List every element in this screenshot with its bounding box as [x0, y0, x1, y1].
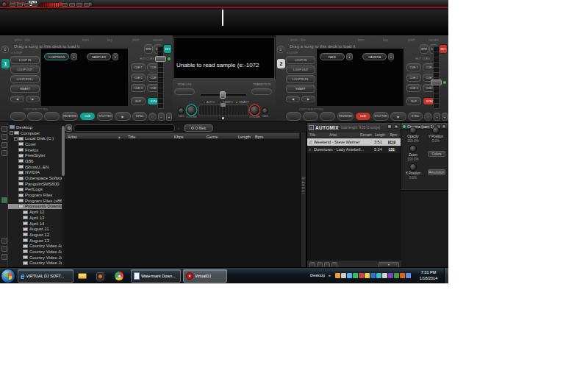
folder-tree[interactable]: Desktop−Computer−Local Disk (C:)CorelFir…: [8, 124, 62, 266]
tree-item[interactable]: PangolinSMS600: [8, 181, 62, 187]
camera-knob-x-position[interactable]: [409, 163, 417, 171]
expander-icon[interactable]: −: [10, 131, 13, 135]
tree-item[interactable]: Desktop: [8, 124, 62, 130]
custom-button[interactable]: [286, 112, 301, 121]
tree-item[interactable]: August 11: [8, 226, 62, 232]
taskbar-clock[interactable]: 7:31 PM 1/18/2014: [415, 269, 442, 281]
loop-dial-button[interactable]: ○: [424, 113, 432, 121]
slip-button[interactable]: SLIP: [406, 97, 421, 105]
tray-icon[interactable]: [365, 273, 370, 278]
effect-activate-button[interactable]: ▾: [71, 53, 77, 60]
hotcue-button[interactable]: CUE 1: [406, 63, 421, 71]
tree-item[interactable]: i386: [8, 158, 62, 164]
column-header-genre[interactable]: Genre: [207, 135, 236, 139]
tree-item[interactable]: NVIDIA: [8, 170, 62, 176]
util-key-button[interactable]: KEY: [439, 44, 448, 54]
crossfader-handle[interactable]: [220, 91, 226, 99]
video-effect-select[interactable]: SAMPLER: [87, 53, 111, 60]
taskbar-button-chrome[interactable]: [112, 269, 129, 283]
slip-button[interactable]: SLIP: [131, 97, 146, 105]
custom-button[interactable]: [320, 112, 335, 121]
loop-loop-out-button[interactable]: LOOP OUT: [286, 66, 315, 74]
hotcue-button[interactable]: CUE 3: [406, 84, 421, 92]
transport-play-button[interactable]: ▶: [390, 112, 406, 121]
automix-row[interactable]: ♫ Weekend - Steve Wariner 3:51 142: [307, 138, 401, 146]
strip-button[interactable]: [84, 3, 90, 7]
pitch-minus-button[interactable]: −: [434, 113, 440, 121]
strip-button[interactable]: [32, 3, 37, 7]
camera-resolution-button[interactable]: Resolution: [428, 169, 445, 175]
loop-dial-button[interactable]: ○: [148, 113, 157, 121]
hotcue-button[interactable]: CUE 3: [131, 84, 146, 92]
transport-sync-button[interactable]: SYNC: [408, 112, 423, 121]
tree-item[interactable]: Program Files: [8, 192, 62, 198]
video-effect-activate-button[interactable]: ▾: [388, 53, 394, 60]
tray-icon[interactable]: [347, 273, 352, 278]
util-bpm-button[interactable]: BPM: [144, 44, 153, 54]
deck-pages-button[interactable]: ≡: [277, 46, 284, 53]
taskbar-button-media[interactable]: [94, 269, 110, 283]
effect-activate-button[interactable]: ▾: [346, 53, 353, 60]
tray-icon[interactable]: [335, 273, 340, 278]
video-fx-select[interactable]: [174, 88, 195, 95]
transition-select[interactable]: [251, 88, 272, 95]
tree-item[interactable]: Corel: [8, 141, 62, 147]
mixer-knob-volume[interactable]: [187, 105, 196, 115]
column-header-title[interactable]: Title: [128, 135, 157, 139]
tray-icon[interactable]: [359, 273, 364, 278]
tray-icon[interactable]: [406, 273, 411, 278]
tree-item[interactable]: −Local Disk (C:): [8, 135, 62, 141]
pitch-slider[interactable]: [433, 46, 440, 109]
show-desktop-button[interactable]: [444, 268, 448, 283]
shortcut-disc-icon[interactable]: [1, 238, 7, 244]
loop-smart-button[interactable]: SMART: [286, 85, 315, 93]
loop-loop-roll-button[interactable]: LOOP ROLL: [10, 75, 40, 83]
video-effect-select[interactable]: CAMERA: [362, 53, 387, 60]
loop-half-button[interactable]: ◀: [10, 96, 24, 102]
camera-knob-opacity[interactable]: [409, 127, 417, 134]
shortcut-favorites-icon[interactable]: [1, 134, 7, 140]
shortcut-history-icon[interactable]: [1, 142, 7, 148]
file-list-header[interactable]: ArtistTitleKbpsGenreLengthBpm▴: [65, 132, 300, 139]
loop-loop-in-button[interactable]: LOOP IN: [286, 56, 315, 64]
transport-reverse-button[interactable]: REVERSE: [337, 112, 354, 121]
pitch-plus-button[interactable]: +: [442, 113, 448, 121]
pitch-minus-button[interactable]: −: [158, 113, 165, 121]
automix-column-remain[interactable]: Remain: [360, 133, 375, 138]
automix-options-button[interactable]: ▤: [387, 124, 392, 129]
shortcut-folder-icon[interactable]: [1, 126, 7, 132]
tree-item[interactable]: August 13: [8, 238, 62, 244]
camera-close-button[interactable]: ✕: [442, 124, 446, 129]
strip-button[interactable]: [17, 3, 23, 7]
pitch-slider[interactable]: [157, 46, 164, 109]
tray-icon[interactable]: [341, 273, 346, 278]
expander-icon[interactable]: −: [14, 137, 18, 141]
transport-sync-button[interactable]: SYNC: [132, 112, 147, 121]
fade-option-dot[interactable]: [203, 101, 206, 104]
util-bpm-button[interactable]: BPM: [420, 44, 429, 54]
effect-select[interactable]: COMPRESS: [44, 53, 69, 60]
automix-row[interactable]: ♪ Downtown - Lady Antebell... 5:34 131: [307, 146, 401, 153]
video-effect-activate-button[interactable]: ▾: [112, 53, 118, 60]
automix-column-length[interactable]: Length: [375, 133, 390, 138]
pitch-handle[interactable]: [155, 56, 166, 62]
tree-item[interactable]: Country Video Augus: [8, 249, 62, 255]
pitch-handle[interactable]: [431, 79, 442, 85]
effect-select[interactable]: FADE: [320, 53, 345, 60]
tree-item[interactable]: Outerspace Software: [8, 175, 62, 181]
tree-item[interactable]: Promoonly Downloads: [8, 204, 62, 210]
tree-item[interactable]: April 13: [8, 215, 62, 221]
loop-smart-button[interactable]: SMART: [10, 85, 40, 93]
tree-item[interactable]: August 12: [8, 232, 62, 238]
camera-colors-button[interactable]: Colors: [428, 151, 445, 157]
tree-item[interactable]: −Computer: [8, 130, 62, 136]
tray-icon[interactable]: [388, 273, 393, 278]
custom-button[interactable]: [303, 112, 318, 121]
fade-option-dot[interactable]: [235, 101, 238, 104]
camera-knob-zoom[interactable]: [409, 145, 417, 152]
tray-icon[interactable]: [376, 273, 381, 278]
shortcut-mic-icon[interactable]: [1, 246, 7, 252]
shortcut-filter-icon[interactable]: [1, 197, 7, 203]
pitch-plus-button[interactable]: +: [166, 113, 172, 121]
camera-knob-y-position[interactable]: [432, 127, 440, 134]
